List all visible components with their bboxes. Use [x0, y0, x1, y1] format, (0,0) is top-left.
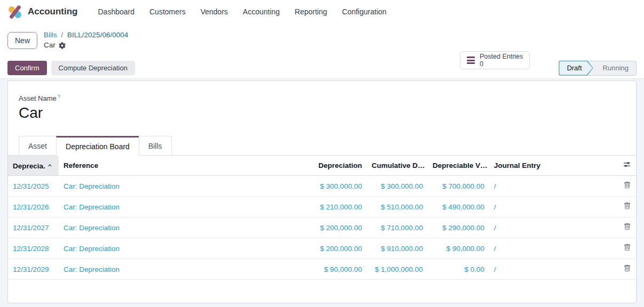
main-menu: Dashboard Customers Vendors Accounting R…	[92, 3, 393, 20]
table-row[interactable]: 12/31/2026Car: Depreciation$ 210,000.00$…	[8, 197, 636, 217]
cell-reference[interactable]: Car: Depreciation	[59, 217, 303, 238]
cell-depreciable-value[interactable]: $ 0.00	[428, 259, 489, 280]
column-header-journal-entry[interactable]: Journal Entry	[489, 156, 618, 176]
cell-reference[interactable]: Car: Depreciation	[59, 176, 303, 197]
cell-depreciation-date[interactable]: 12/31/2027	[8, 217, 59, 238]
cell-reference[interactable]: Car: Depreciation	[59, 197, 303, 217]
stat-button-value: 0	[480, 60, 523, 68]
cell-cumulative-depreciation[interactable]: $ 710,000.00	[367, 217, 428, 238]
cell-depreciation[interactable]: $ 200,000.00	[303, 217, 367, 238]
accounting-app-icon[interactable]	[9, 5, 22, 19]
breadcrumb-current: Car	[44, 41, 55, 50]
cell-depreciable-value[interactable]: $ 290,000.00	[428, 217, 489, 238]
journal-entries-icon	[467, 56, 475, 64]
cell-depreciation[interactable]: $ 90,000.00	[303, 259, 367, 280]
cell-cumulative-depreciation[interactable]: $ 1,000,000.00	[367, 259, 428, 280]
cell-cumulative-depreciation[interactable]: $ 510,000.00	[367, 197, 428, 217]
cell-journal-entry[interactable]: /	[489, 217, 618, 238]
asset-name-value[interactable]: Car	[19, 104, 636, 122]
trash-icon	[624, 203, 631, 211]
column-header-depreciation-date[interactable]: Deprecia.	[8, 156, 59, 176]
action-gear-icon[interactable]	[59, 42, 66, 49]
state-running[interactable]: Running	[593, 61, 636, 75]
table-row[interactable]: 12/31/2027Car: Depreciation$ 200,000.00$…	[8, 217, 636, 238]
state-widget: Draft Running	[559, 61, 637, 76]
asset-name-label: Asset Name?	[19, 94, 636, 102]
menu-configuration[interactable]: Configuration	[336, 3, 393, 20]
menu-reporting[interactable]: Reporting	[288, 3, 333, 20]
delete-row-button[interactable]	[624, 223, 631, 230]
cell-depreciation-date[interactable]: 12/31/2029	[8, 259, 59, 280]
trash-icon	[624, 265, 631, 273]
cell-reference[interactable]: Car: Depreciation	[59, 238, 303, 259]
depreciation-rows: 12/31/2025Car: Depreciation$ 300,000.00$…	[8, 176, 636, 280]
breadcrumb-separator: /	[59, 31, 66, 39]
top-navbar: Accounting Dashboard Customers Vendors A…	[0, 0, 644, 23]
menu-vendors[interactable]: Vendors	[194, 3, 234, 20]
cell-actions	[618, 217, 636, 238]
notebook-tabs: Asset Depreciation Board Bills	[8, 136, 636, 156]
column-header-depreciable[interactable]: Depreciable V…	[428, 156, 489, 176]
new-button[interactable]: New	[7, 32, 37, 49]
sliders-icon	[623, 162, 631, 170]
menu-customers[interactable]: Customers	[143, 3, 192, 20]
breadcrumb: Bills / BILL/2025/06/0004 Car	[44, 31, 128, 50]
table-header-row: Deprecia. Reference Depreciation Cumulat…	[8, 156, 636, 176]
delete-row-button[interactable]	[624, 182, 631, 189]
compute-depreciation-button[interactable]: Compute Depreciation	[51, 61, 135, 75]
cell-depreciable-value[interactable]: $ 490,000.00	[428, 197, 489, 217]
posted-entries-stat-button[interactable]: Posted Entries 0	[460, 51, 530, 69]
cell-depreciation-date[interactable]: 12/31/2025	[8, 176, 59, 197]
cell-cumulative-depreciation[interactable]: $ 910,000.00	[367, 238, 428, 259]
cell-depreciation[interactable]: $ 300,000.00	[303, 176, 367, 197]
table-row[interactable]: 12/31/2028Car: Depreciation$ 200,000.00$…	[8, 238, 636, 259]
cell-actions	[618, 238, 636, 259]
column-header-cumulative[interactable]: Cumulative D…	[367, 156, 428, 176]
confirm-button[interactable]: Confirm	[7, 61, 47, 75]
app-name[interactable]: Accounting	[28, 6, 78, 17]
cell-depreciable-value[interactable]: $ 90,000.00	[428, 238, 489, 259]
cell-cumulative-depreciation[interactable]: $ 300,000.00	[367, 176, 428, 197]
cell-journal-entry[interactable]: /	[489, 238, 618, 259]
form-sheet: Asset Name? Car Asset Depreciation Board…	[7, 80, 637, 303]
cell-depreciation[interactable]: $ 200,000.00	[303, 238, 367, 259]
cell-journal-entry[interactable]: /	[489, 197, 618, 217]
cell-journal-entry[interactable]: /	[489, 176, 618, 197]
tab-asset[interactable]: Asset	[19, 136, 57, 156]
delete-row-button[interactable]	[624, 244, 631, 251]
tab-depreciation-board[interactable]: Depreciation Board	[56, 136, 139, 156]
column-header-reference[interactable]: Reference	[59, 156, 303, 176]
cell-depreciation-date[interactable]: 12/31/2026	[8, 197, 59, 217]
table-row[interactable]: 12/31/2025Car: Depreciation$ 300,000.00$…	[8, 176, 636, 197]
trash-icon	[624, 245, 631, 253]
form-view: Asset Name? Car Asset Depreciation Board…	[0, 79, 644, 307]
depreciation-board-table: Deprecia. Reference Depreciation Cumulat…	[8, 156, 636, 280]
column-header-depreciation[interactable]: Depreciation	[303, 156, 367, 176]
cell-depreciation-date[interactable]: 12/31/2028	[8, 238, 59, 259]
menu-dashboard[interactable]: Dashboard	[92, 3, 141, 20]
form-statusbar: Confirm Compute Depreciation Draft Runni…	[0, 58, 644, 79]
cell-actions	[618, 197, 636, 217]
trash-icon	[624, 182, 631, 190]
trash-icon	[624, 224, 631, 232]
cell-actions	[618, 259, 636, 280]
cell-depreciable-value[interactable]: $ 700,000.00	[428, 176, 489, 197]
adjust-columns-button[interactable]	[618, 156, 636, 176]
help-icon[interactable]: ?	[58, 94, 60, 99]
breadcrumb-bill-link[interactable]: BILL/2025/06/0004	[67, 31, 128, 39]
cell-actions	[618, 176, 636, 197]
cell-reference[interactable]: Car: Depreciation	[59, 259, 303, 280]
cell-depreciation[interactable]: $ 210,000.00	[303, 197, 367, 217]
sort-asc-icon	[47, 161, 52, 169]
table-row[interactable]: 12/31/2029Car: Depreciation$ 90,000.00$ …	[8, 259, 636, 280]
tab-bills[interactable]: Bills	[139, 136, 172, 156]
breadcrumb-bills-link[interactable]: Bills	[44, 31, 57, 39]
delete-row-button[interactable]	[624, 265, 631, 272]
stat-button-label: Posted Entries	[480, 53, 523, 60]
state-draft[interactable]: Draft	[559, 61, 593, 76]
cell-journal-entry[interactable]: /	[489, 259, 618, 280]
menu-accounting[interactable]: Accounting	[236, 3, 286, 20]
delete-row-button[interactable]	[624, 203, 631, 209]
control-panel: New Bills / BILL/2025/06/0004 Car Posted…	[0, 23, 644, 58]
